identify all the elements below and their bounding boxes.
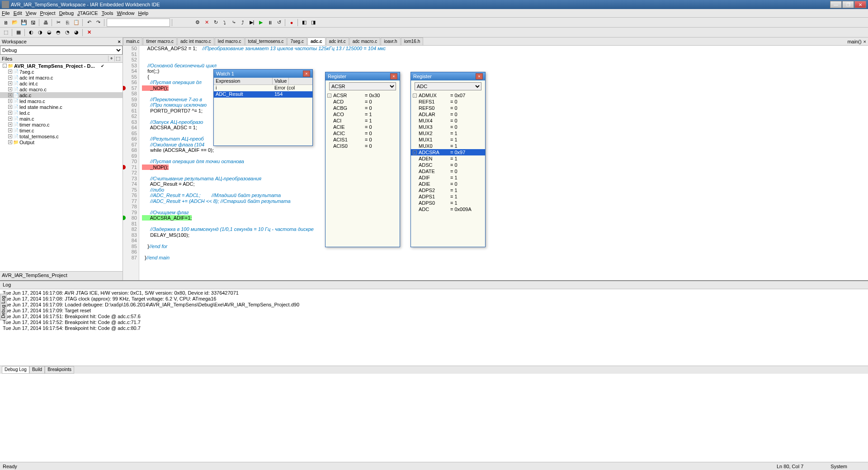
tool-h-icon[interactable]: ◕ — [72, 28, 80, 37]
register-row[interactable]: ADATE= 0 — [411, 168, 485, 174]
editor-tab[interactable]: adc macro.c — [349, 38, 380, 45]
menu-tools[interactable]: Tools — [102, 10, 113, 16]
step-into-icon[interactable]: ⤷ — [230, 19, 238, 27]
file-node[interactable]: +📄adc.c — [0, 92, 123, 98]
new-file-icon[interactable]: 🗎 — [2, 19, 10, 27]
step-out-icon[interactable]: ⤴ — [239, 19, 247, 27]
misc2-icon[interactable]: ◨ — [309, 19, 317, 27]
menu-edit[interactable]: Edit — [14, 10, 22, 16]
file-node[interactable]: +📄led state machine.c — [0, 104, 123, 110]
log-tab[interactable]: Build — [29, 366, 45, 374]
redo-icon[interactable]: ↷ — [94, 19, 102, 27]
step-over-icon[interactable]: ⤵ — [221, 19, 229, 27]
project-node[interactable]: -📁AVR_IAR_TempSens_Project - D...✔ — [0, 63, 123, 69]
run-to-cursor-icon[interactable]: ▶| — [248, 19, 256, 27]
register-row[interactable]: ACIS0= 0 — [326, 143, 400, 149]
file-node[interactable]: +📄timer macro.c — [0, 122, 123, 127]
register-window-2[interactable]: Register× ADC -ADMUX= 0x07 REFS1= 0 REFS… — [410, 72, 486, 247]
reg2-select[interactable]: ADC — [415, 82, 481, 90]
col1-icon[interactable]: ⚬ — [108, 56, 114, 61]
editor-tab[interactable]: timer macro.c — [143, 38, 177, 45]
register-row[interactable]: ACIS1= 0 — [326, 136, 400, 143]
debug-log-side-tab[interactable]: Debug Log — [0, 294, 7, 320]
register-row[interactable]: ADLAR= 0 — [411, 111, 485, 118]
menu-file[interactable]: File — [2, 10, 10, 16]
register-row[interactable]: REFS0= 0 — [411, 105, 485, 111]
minimize-button[interactable]: — — [830, 1, 842, 8]
editor-tab[interactable]: adc int macro.c — [177, 38, 214, 45]
file-node[interactable]: +📄led macro.c — [0, 98, 123, 104]
register-row[interactable]: MUX4= 0 — [411, 118, 485, 124]
watch-close-icon[interactable]: × — [303, 70, 310, 77]
editor-tab[interactable]: adc.c — [307, 38, 326, 45]
reset2-icon[interactable]: ↺ — [275, 19, 283, 27]
reset-icon[interactable]: ↻ — [212, 19, 220, 27]
log-tab[interactable]: Breakpoints — [45, 366, 74, 374]
file-node[interactable]: +📄main.c — [0, 116, 123, 122]
tool-g-icon[interactable]: ◔ — [63, 28, 71, 37]
menu-window[interactable]: Window — [117, 10, 134, 16]
register-row[interactable]: ACIE= 0 — [326, 124, 400, 130]
tool-c-icon[interactable]: ◐ — [27, 28, 35, 37]
register-row[interactable]: ADEN= 1 — [411, 155, 485, 162]
file-node[interactable]: +📄led.c — [0, 110, 123, 116]
close-button[interactable]: ✕ — [854, 1, 866, 8]
menu-project[interactable]: Project — [40, 10, 55, 16]
watch-col-expr[interactable]: Expression — [214, 78, 273, 85]
register-row[interactable]: ACD= 0 — [326, 99, 400, 105]
reg1-select[interactable]: ACSR — [329, 82, 396, 90]
editor-tab[interactable]: ioavr.h — [381, 38, 400, 45]
undo-icon[interactable]: ↶ — [85, 19, 93, 27]
go-icon[interactable]: ▶ — [257, 19, 265, 27]
register-row[interactable]: ADPS0= 1 — [411, 200, 485, 206]
file-node[interactable]: +📁Output — [0, 139, 123, 145]
file-node[interactable]: +📄7seg.c — [0, 69, 123, 75]
stop-debug-icon[interactable]: ✕ — [203, 19, 211, 27]
watch-col-val[interactable]: Value — [273, 78, 289, 85]
compile-icon[interactable]: ⚙ — [193, 19, 202, 27]
register-row[interactable]: ADPS1= 1 — [411, 193, 485, 200]
register-row[interactable]: REFS1= 0 — [411, 99, 485, 105]
file-node[interactable]: +📄timer.c — [0, 127, 123, 133]
tool-f-icon[interactable]: ◓ — [54, 28, 62, 37]
maximize-button[interactable]: ❐ — [842, 1, 854, 8]
log-body[interactable]: Tue Jun 17, 2014 16:17:08: AVR JTAG ICE,… — [0, 289, 868, 366]
watch-row[interactable] — [214, 98, 312, 104]
tool-b-icon[interactable]: ▦ — [14, 28, 23, 37]
menu-debug[interactable]: Debug — [59, 10, 74, 16]
cut-icon[interactable]: ✂ — [54, 19, 62, 27]
tool-x-icon[interactable]: ✕ — [85, 28, 93, 37]
misc1-icon[interactable]: ◧ — [300, 19, 308, 27]
register-row[interactable]: ADPS2= 1 — [411, 187, 485, 193]
tool-e-icon[interactable]: ◒ — [45, 28, 53, 37]
reg1-close-icon[interactable]: × — [390, 73, 397, 80]
watch-row[interactable]: iError (col — [214, 85, 312, 91]
search-input[interactable] — [107, 19, 170, 27]
register-row[interactable]: ADC= 0x009A — [411, 206, 485, 212]
watch-row[interactable]: ADC_Result154 — [214, 91, 312, 98]
config-select[interactable]: Debug — [0, 46, 123, 55]
col2-icon[interactable]: ⬚ — [114, 56, 121, 61]
register-row[interactable]: ACIC= 0 — [326, 130, 400, 136]
print-icon[interactable]: 🖶 — [42, 19, 50, 27]
save-all-icon[interactable]: 🖫 — [29, 19, 37, 27]
function-dropdown[interactable]: main() — [847, 39, 861, 44]
menu-help[interactable]: Help — [138, 10, 149, 16]
paste-icon[interactable]: 📋 — [72, 19, 80, 27]
log-tab[interactable]: Debug Log — [2, 366, 29, 374]
editor-tab[interactable]: led macro.c — [215, 38, 245, 45]
file-node[interactable]: +📄adc macro.c — [0, 86, 123, 92]
editor-tab[interactable]: iom16.h — [401, 38, 424, 45]
register-row[interactable]: MUX2= 1 — [411, 130, 485, 136]
editor-tab[interactable]: 7seg.c — [287, 38, 307, 45]
menu-jtagice[interactable]: JTAGICE — [77, 10, 98, 16]
register-row[interactable]: -ADMUX= 0x07 — [411, 92, 485, 99]
workspace-close-icon[interactable]: × — [118, 39, 121, 44]
register-row[interactable]: -ACSR= 0x30 — [326, 92, 400, 99]
toggle-bp-icon[interactable]: ● — [288, 19, 296, 27]
file-node[interactable]: +📄adc int.c — [0, 80, 123, 86]
watch-window[interactable]: Watch 1× Expression Value iError (col AD… — [213, 69, 313, 146]
register-row[interactable]: ACO= 1 — [326, 111, 400, 118]
editor-tab[interactable]: total_termosens.c — [245, 38, 287, 45]
editor-tab[interactable]: main.c — [123, 38, 142, 45]
